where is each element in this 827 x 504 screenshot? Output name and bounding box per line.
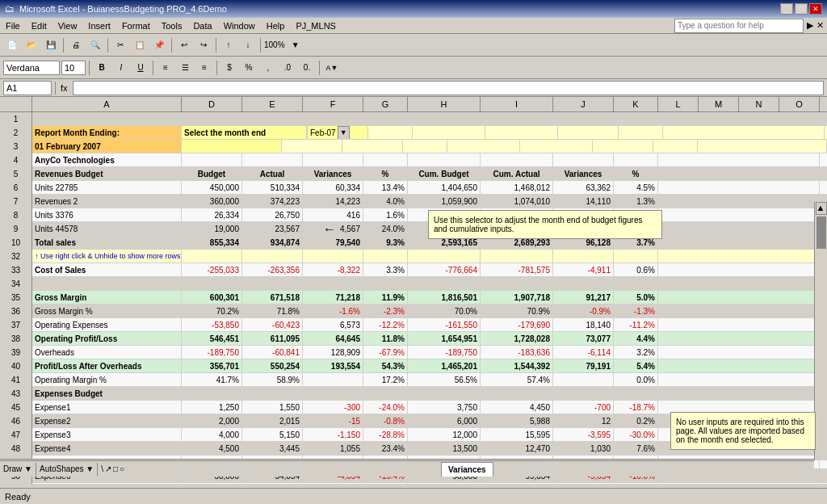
cell-45-a[interactable]: Expense1	[32, 401, 182, 414]
cell-36-e[interactable]: 71.8%	[242, 304, 303, 317]
cell-10-a[interactable]: Total sales	[32, 236, 182, 249]
cell-39-rest[interactable]	[658, 346, 820, 359]
cell-10-e[interactable]: 934,874	[242, 236, 303, 249]
cell-48-i[interactable]: 12,470	[481, 442, 553, 455]
cell-47-i[interactable]: 15,595	[481, 428, 553, 441]
cell-39-k[interactable]: 3.2%	[614, 346, 658, 359]
cell-5-f[interactable]: Variances	[303, 167, 363, 180]
cell-4-j[interactable]	[553, 153, 614, 166]
cell-41-i[interactable]: 57.4%	[481, 373, 553, 386]
name-box[interactable]	[3, 81, 52, 95]
cell-40-h[interactable]: 1,465,201	[408, 359, 481, 372]
cell-51-j[interactable]: 271	[553, 483, 614, 484]
draw-oval-btn[interactable]: ○	[120, 464, 124, 473]
close-button[interactable]: ✕	[809, 3, 822, 15]
cell-48-d[interactable]: 4,500	[182, 442, 242, 455]
cell-36-j[interactable]: -0.9%	[553, 304, 614, 317]
cell-43-k[interactable]	[614, 387, 658, 400]
col-header-m[interactable]: M	[699, 97, 739, 111]
cell-39-g[interactable]: -67.9%	[363, 346, 408, 359]
cell-3-d[interactable]	[182, 140, 282, 153]
cell-51-g[interactable]: 7.8%	[363, 483, 408, 484]
cell-5-rest[interactable]	[658, 167, 820, 180]
cell-4-a[interactable]: AnyCo Technologies	[32, 153, 182, 166]
copy-button[interactable]: 📋	[131, 36, 149, 54]
menu-tools[interactable]: Tools	[159, 20, 185, 32]
cell-3-f[interactable]	[342, 140, 403, 153]
cell-34-i[interactable]	[481, 277, 553, 290]
cell-46-f[interactable]: -15	[303, 414, 363, 427]
align-center-button[interactable]: ☰	[176, 59, 194, 77]
menu-help[interactable]: Help	[264, 20, 288, 32]
cell-47-f[interactable]: -1,150	[303, 428, 363, 441]
cell-32-h[interactable]	[408, 250, 481, 262]
cell-5-g[interactable]: %	[363, 167, 408, 180]
cell-43-a[interactable]: Expenses Budget	[32, 387, 182, 400]
cell-51-k[interactable]: 4.5%	[614, 483, 658, 484]
cell-40-d[interactable]: 356,701	[182, 359, 242, 372]
menu-window[interactable]: Window	[221, 20, 258, 32]
cell-40-a[interactable]: Profit/Loss After Overheads	[32, 359, 182, 372]
cell-47-e[interactable]: 5,150	[242, 428, 303, 441]
cell-2-j[interactable]	[558, 126, 619, 139]
cell-38-k[interactable]: 4.4%	[614, 332, 658, 345]
help-close[interactable]: ✕	[817, 20, 824, 31]
cell-47-h[interactable]: 12,000	[408, 428, 481, 441]
cell-8-d[interactable]: 26,334	[182, 208, 242, 221]
cell-4-d[interactable]	[182, 153, 242, 166]
cell-32-j[interactable]	[553, 250, 614, 262]
cell-51-h[interactable]: 6,000	[408, 483, 481, 484]
cell-1-h[interactable]	[408, 112, 481, 125]
cell-7-f[interactable]: 14,223	[303, 195, 363, 208]
cell-33-f[interactable]: -8,322	[303, 263, 363, 276]
cell-2-g[interactable]	[368, 126, 413, 139]
cell-33-h[interactable]: -776,664	[408, 263, 481, 276]
cell-9-rest[interactable]	[658, 222, 820, 235]
cell-2-d[interactable]: Select the month end	[182, 126, 307, 139]
cell-6-d[interactable]: 450,000	[182, 181, 242, 194]
italic-button[interactable]: I	[112, 59, 130, 77]
cell-38-d[interactable]: 546,451	[182, 332, 242, 345]
scrollbar-vertical[interactable]: ▲	[814, 202, 827, 460]
cell-40-rest[interactable]	[658, 359, 820, 372]
month-dropdown-btn[interactable]: ▼	[338, 126, 350, 139]
cell-43-rest[interactable]	[658, 387, 820, 400]
cell-38-f[interactable]: 64,645	[303, 332, 363, 345]
cell-2-i[interactable]	[485, 126, 558, 139]
cell-38-g[interactable]: 11.8%	[363, 332, 408, 345]
cell-40-f[interactable]: 193,554	[303, 359, 363, 372]
cell-43-e[interactable]	[242, 387, 303, 400]
cell-34-g[interactable]	[363, 277, 408, 290]
menu-format[interactable]: Format	[120, 20, 153, 32]
cell-3-e[interactable]	[282, 140, 342, 153]
cell-41-e[interactable]: 58.9%	[242, 373, 303, 386]
cell-32-e[interactable]	[242, 250, 303, 262]
maximize-button[interactable]: □	[795, 3, 808, 15]
cell-37-e[interactable]: -60,423	[242, 318, 303, 331]
cell-43-g[interactable]	[363, 387, 408, 400]
cell-45-f[interactable]: -300	[303, 401, 363, 414]
cell-47-d[interactable]: 4,000	[182, 428, 242, 441]
cell-47-a[interactable]: Expense3	[32, 428, 182, 441]
help-input[interactable]	[674, 19, 804, 33]
cell-3-rest[interactable]	[698, 140, 827, 153]
cell-7-e[interactable]: 374,223	[242, 195, 303, 208]
cell-4-h[interactable]	[408, 153, 481, 166]
comma-button[interactable]: ,	[259, 59, 277, 77]
sort-desc-button[interactable]: ↓	[239, 36, 257, 54]
cell-35-rest[interactable]	[658, 291, 820, 304]
cell-3-g[interactable]	[403, 140, 447, 153]
cell-38-j[interactable]: 73,077	[553, 332, 614, 345]
cell-8-g[interactable]: 1.6%	[363, 208, 408, 221]
cell-1-k[interactable]	[614, 112, 658, 125]
cell-5-k[interactable]: %	[614, 167, 658, 180]
cell-7-k[interactable]: 1.3%	[614, 195, 658, 208]
cell-41-d[interactable]: 41.7%	[182, 373, 242, 386]
cell-37-f[interactable]: 6,573	[303, 318, 363, 331]
cell-34-a[interactable]	[32, 277, 182, 290]
cell-37-i[interactable]: -179,690	[481, 318, 553, 331]
cell-10-f[interactable]: 79,540	[303, 236, 363, 249]
cell-48-k[interactable]: 7.6%	[614, 442, 658, 455]
cell-41-h[interactable]: 56.5%	[408, 373, 481, 386]
redo-button[interactable]: ↪	[195, 36, 212, 54]
